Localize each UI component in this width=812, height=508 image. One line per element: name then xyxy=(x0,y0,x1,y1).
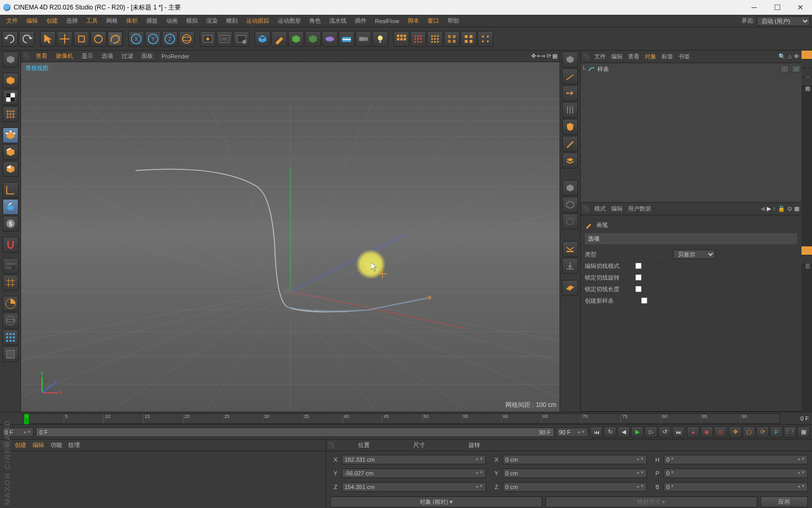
vp-menu-prorender[interactable]: ProRender xyxy=(157,52,194,61)
vp-nav-layout-icon[interactable]: ▦ xyxy=(552,53,557,59)
menu-volume[interactable]: 体积 xyxy=(122,16,142,26)
menu-script[interactable]: 脚本 xyxy=(403,16,423,26)
size-z-input[interactable]: 0 cm▲▼ xyxy=(503,482,647,492)
menu-create[interactable]: 创建 xyxy=(42,16,62,26)
texture-mode-button[interactable] xyxy=(3,89,18,105)
loop-button[interactable]: ↻ xyxy=(604,426,616,438)
deformer-button[interactable] xyxy=(305,31,321,47)
rotate-tool[interactable] xyxy=(90,31,106,47)
rot-b-input[interactable]: 0 °▲▼ xyxy=(664,482,808,492)
redo-button[interactable] xyxy=(19,31,35,47)
coord-system-button[interactable] xyxy=(179,31,195,47)
vp-menu-display[interactable]: 显示 xyxy=(77,51,97,61)
minimize-button[interactable]: ─ xyxy=(743,0,766,15)
locked-workplane-button[interactable] xyxy=(3,258,18,274)
pos-x-input[interactable]: 182.331 cm▲▼ xyxy=(342,455,486,464)
effector-red-button[interactable] xyxy=(410,31,426,47)
rc-cube-icon[interactable] xyxy=(562,52,578,67)
lock-rotation-checkbox[interactable] xyxy=(635,274,642,281)
key-pla-button[interactable]: ⋮⋮ xyxy=(784,426,796,438)
polygon-mode-button[interactable] xyxy=(3,161,18,177)
key-pos-button[interactable]: ✥ xyxy=(729,426,742,438)
play-button[interactable]: ▶ xyxy=(631,426,644,438)
rc-shield-icon[interactable] xyxy=(562,119,578,135)
select-tool[interactable] xyxy=(40,31,56,47)
key-film-button[interactable]: ▦ xyxy=(797,426,810,438)
side-tab-structure[interactable]: 构造 xyxy=(801,77,812,86)
viewport-canvas[interactable]: 透视视图 xyxy=(21,62,560,412)
menu-mesh[interactable]: 网格 xyxy=(102,16,122,26)
extra-button[interactable] xyxy=(3,346,18,362)
object-name[interactable]: 样条 xyxy=(597,65,609,73)
camera-button[interactable] xyxy=(356,31,371,47)
om-tab-file[interactable]: 文件 xyxy=(594,53,606,61)
undo-button[interactable] xyxy=(2,31,18,47)
pie-button[interactable] xyxy=(3,296,18,312)
key-rot-button[interactable]: ⟳ xyxy=(756,426,769,438)
goto-end-button[interactable]: ⏭ xyxy=(672,426,685,438)
side-tab-objects[interactable]: 对象 xyxy=(801,51,812,59)
timeline-ruler[interactable]: 051015202530354045505560657075808590 xyxy=(23,413,780,424)
workplane-button[interactable] xyxy=(3,106,18,122)
am-tab-edit[interactable]: 编辑 xyxy=(611,205,623,213)
expand-icon[interactable]: └ xyxy=(582,66,586,72)
rc-plane-icon[interactable] xyxy=(562,280,578,296)
menu-pipeline[interactable]: 流水线 xyxy=(325,16,351,26)
side-tab-takes[interactable]: 场次 xyxy=(801,59,812,68)
menu-anim[interactable]: 动画 xyxy=(162,16,182,26)
vp-menu-view[interactable]: 查看 xyxy=(32,51,52,61)
vp-menu-camera[interactable]: 摄像机 xyxy=(52,51,77,61)
keyframe-sel-button[interactable]: ◎ xyxy=(714,426,727,438)
bl-tab-edit[interactable]: 编辑 xyxy=(33,441,44,449)
grip-icon[interactable] xyxy=(23,53,29,60)
side-tab-attributes[interactable]: 属性 xyxy=(801,246,812,255)
menu-select[interactable]: 选择 xyxy=(62,16,82,26)
mograph-button[interactable] xyxy=(393,31,409,47)
rc-axis-icon[interactable] xyxy=(562,68,578,84)
snap-button[interactable] xyxy=(3,237,18,253)
grip-icon[interactable] xyxy=(583,205,589,213)
vp-menu-panel[interactable]: 面板 xyxy=(137,51,157,61)
vp-nav-move-icon[interactable]: ✥ xyxy=(531,53,536,59)
search-icon[interactable]: 🔍 xyxy=(778,53,786,60)
grip-icon[interactable] xyxy=(328,442,334,449)
size-y-input[interactable]: 0 cm▲▼ xyxy=(503,469,647,478)
point-mode-button[interactable] xyxy=(3,127,18,143)
axis-mode-button[interactable] xyxy=(3,182,18,198)
am-tab-mode[interactable]: 模式 xyxy=(594,205,606,213)
size-x-input[interactable]: 0 cm▲▼ xyxy=(503,455,647,464)
vp-menu-options[interactable]: 选项 xyxy=(97,51,117,61)
close-button[interactable]: ✕ xyxy=(789,0,812,15)
goto-start-button[interactable]: ⏮ xyxy=(590,426,603,438)
z-axis-button[interactable]: Z xyxy=(162,31,178,47)
om-tab-objects[interactable]: 对象 xyxy=(645,53,656,61)
effector-button[interactable] xyxy=(427,31,443,47)
om-tab-tags[interactable]: 标签 xyxy=(662,53,673,61)
make-editable-button[interactable] xyxy=(3,52,18,67)
object-row-spline[interactable]: └ 样条 ⋮ ✓ xyxy=(582,64,800,74)
rot-p-input[interactable]: 0 °▲▼ xyxy=(664,469,808,478)
menu-plugins[interactable]: 插件 xyxy=(351,16,371,26)
step-fwd-button[interactable]: ▷ xyxy=(645,426,657,438)
autokey-button[interactable]: ◉ xyxy=(701,426,713,438)
key-scale-button[interactable]: ▢ xyxy=(743,426,755,438)
menu-sim[interactable]: 模拟 xyxy=(182,16,202,26)
light-button[interactable] xyxy=(372,31,388,47)
menu-realflow[interactable]: RealFlow xyxy=(371,17,403,25)
lock-icon[interactable]: 🔒 xyxy=(778,205,785,212)
record-button[interactable]: ● xyxy=(687,426,699,438)
planar-workplane-button[interactable] xyxy=(3,275,18,291)
grip-icon[interactable] xyxy=(583,53,589,61)
vp-nav-rotate-icon[interactable]: ⟳ xyxy=(546,53,551,59)
menu-icon[interactable]: ▦ xyxy=(794,205,799,212)
tweak-mode-button[interactable] xyxy=(3,199,18,215)
plugin1-button[interactable] xyxy=(444,31,460,47)
sphere-button[interactable] xyxy=(3,313,18,328)
scale-tool[interactable] xyxy=(74,31,89,47)
object-tree[interactable]: └ 样条 ⋮ ✓ xyxy=(581,63,801,202)
bl-tab-texture[interactable]: 纹理 xyxy=(68,441,80,449)
home-icon[interactable]: ⌂ xyxy=(788,53,791,60)
move-tool[interactable] xyxy=(57,31,73,47)
eye-icon[interactable]: 👁 xyxy=(794,53,799,60)
pos-y-input[interactable]: -56.027 cm▲▼ xyxy=(342,469,486,478)
